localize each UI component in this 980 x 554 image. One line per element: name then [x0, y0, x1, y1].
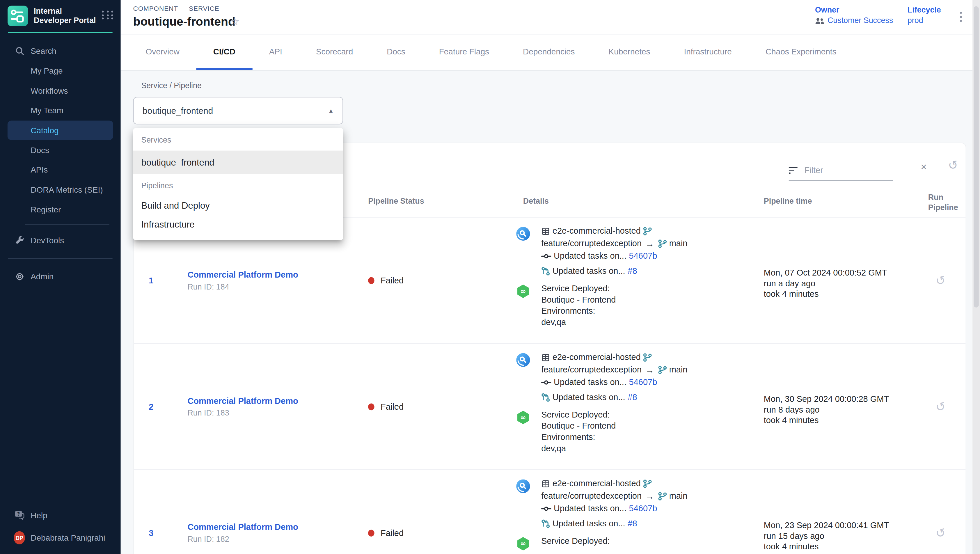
- failed-dot-icon: [368, 277, 374, 284]
- cd-stage-icon: [516, 411, 530, 424]
- tab-scorecard[interactable]: Scorecard: [299, 35, 370, 70]
- tab-dependencies[interactable]: Dependencies: [506, 35, 592, 70]
- tab-infrastructure[interactable]: Infrastructure: [667, 35, 749, 70]
- git-branch-icon: [658, 366, 667, 374]
- scrollbar-thumb[interactable]: [974, 6, 979, 307]
- sidebar-item-label: Catalog: [30, 126, 59, 135]
- status-label: Failed: [380, 275, 404, 285]
- sidebar-item-my-team[interactable]: My Team: [8, 101, 113, 121]
- git-branch-icon: [658, 239, 667, 248]
- commit-link[interactable]: 54607b: [629, 250, 657, 263]
- entity-header: COMPONENT — SERVICE boutique-frontend ☆ …: [121, 0, 973, 34]
- service-pipeline-select[interactable]: boutique_frontend ▲: [133, 97, 344, 124]
- sidebar-item-label: Docs: [30, 145, 49, 155]
- commit-icon: [541, 253, 551, 259]
- col-run-pipeline: Run Pipeline: [928, 193, 964, 213]
- sidebar-item-label: DevTools: [30, 236, 64, 245]
- sidebar-item-label: Register: [30, 205, 61, 214]
- sidebar-item-label: Workflows: [30, 86, 68, 96]
- pr-link[interactable]: #8: [628, 265, 637, 278]
- failed-dot-icon: [368, 403, 374, 410]
- ci-stage-icon: [516, 353, 530, 367]
- caret-up-icon: ▲: [328, 107, 334, 113]
- admin-divider: [8, 258, 113, 259]
- filter-icon: [789, 167, 798, 174]
- pipeline-name-cell: Commercial Platform Demo Run ID: 182: [188, 522, 298, 543]
- app-title: Internal Developer Portal: [34, 6, 96, 26]
- refresh-icon[interactable]: ↺: [947, 159, 959, 172]
- run-pipeline-icon[interactable]: ↺: [935, 274, 947, 287]
- user-name: Debabrata Panigrahi: [30, 533, 105, 542]
- cicd-content: Service / Pipeline boutique_frontend ▲ ×…: [121, 71, 973, 554]
- select-value: boutique_frontend: [143, 106, 328, 116]
- sidebar-item-devtools[interactable]: DevTools: [8, 230, 113, 250]
- pipeline-link[interactable]: Commercial Platform Demo: [188, 522, 298, 532]
- service-pipeline-label: Service / Pipeline: [141, 81, 201, 90]
- commit-link[interactable]: 54607b: [629, 503, 657, 515]
- row-number: 1: [149, 275, 153, 285]
- col-pipeline-time: Pipeline time: [764, 197, 812, 206]
- option-infrastructure[interactable]: Infrastructure: [133, 215, 344, 234]
- owner-link[interactable]: Customer Success: [815, 16, 893, 25]
- pipeline-link[interactable]: Commercial Platform Demo: [188, 396, 298, 405]
- tab-feature-flags[interactable]: Feature Flags: [422, 35, 506, 70]
- favorite-star-icon[interactable]: ☆: [230, 15, 239, 28]
- row-number: 2: [149, 402, 153, 411]
- pr-link[interactable]: #8: [628, 517, 637, 530]
- commit-icon: [541, 379, 551, 385]
- tab-cicd[interactable]: CI/CD: [196, 35, 252, 70]
- sidebar-item-help[interactable]: Help: [8, 505, 113, 525]
- nav-divider: [25, 224, 110, 225]
- sidebar-item-admin[interactable]: Admin: [8, 267, 113, 287]
- tab-kubernetes[interactable]: Kubernetes: [592, 35, 667, 70]
- run-pipeline-icon[interactable]: ↺: [935, 400, 947, 414]
- sidebar-item-search[interactable]: Search: [8, 41, 113, 61]
- arrow-right-icon: →: [644, 364, 655, 376]
- tab-chaos-experiments[interactable]: Chaos Experiments: [749, 35, 853, 70]
- filter-input[interactable]: [803, 165, 878, 176]
- ci-stage-icon: [516, 479, 530, 493]
- arrow-right-icon: →: [644, 490, 655, 503]
- option-build-and-deploy[interactable]: Build and Deploy: [133, 196, 344, 215]
- status-cell: Failed: [368, 402, 404, 411]
- breadcrumb: COMPONENT — SERVICE: [133, 4, 220, 12]
- option-boutique-frontend[interactable]: boutique_frontend: [133, 151, 344, 174]
- tab-overview[interactable]: Overview: [129, 35, 196, 70]
- pipeline-time-cell: Mon, 07 Oct 2024 00:00:52 GMT run a day …: [764, 267, 887, 299]
- pipeline-link[interactable]: Commercial Platform Demo: [188, 270, 298, 279]
- user-menu[interactable]: DP Debabrata Panigrahi: [8, 525, 113, 551]
- sidebar-item-label: Admin: [30, 272, 54, 281]
- repo-icon: [541, 479, 550, 488]
- run-id: Run ID: 182: [188, 535, 298, 543]
- search-icon: [14, 46, 25, 56]
- run-pipeline-icon[interactable]: ↺: [935, 526, 947, 540]
- status-label: Failed: [380, 402, 404, 411]
- sidebar-item-dora-metrics[interactable]: DORA Metrics (SEI): [8, 180, 113, 200]
- service-pipeline-dropdown: Services boutique_frontend Pipelines Bui…: [133, 128, 344, 240]
- wrench-icon: [14, 236, 25, 245]
- sidebar-item-label: My Page: [30, 66, 62, 76]
- sidebar-item-label: My Team: [30, 106, 64, 115]
- screen: Internal Developer Portal Search My Page…: [0, 0, 980, 554]
- avatar: DP: [14, 531, 25, 544]
- app-switcher-icon[interactable]: [102, 11, 115, 20]
- more-actions-kebab-icon[interactable]: [958, 10, 964, 24]
- sidebar-item-register[interactable]: Register: [8, 200, 113, 220]
- clear-filter-icon[interactable]: ×: [921, 162, 927, 172]
- tab-docs[interactable]: Docs: [370, 35, 422, 70]
- dropdown-group-pipelines: Pipelines: [133, 174, 344, 196]
- app-logo-icon[interactable]: [8, 6, 28, 26]
- sidebar-item-my-page[interactable]: My Page: [8, 61, 113, 81]
- owner-meta: Owner Customer Success: [815, 6, 893, 25]
- sidebar-item-apis[interactable]: APIs: [8, 160, 113, 180]
- row-number: 3: [149, 528, 153, 537]
- tab-api[interactable]: API: [252, 35, 299, 70]
- sidebar-item-label: DORA Metrics (SEI): [30, 185, 103, 194]
- sidebar-item-docs[interactable]: Docs: [8, 140, 113, 160]
- commit-link[interactable]: 54607b: [629, 376, 657, 389]
- pr-link[interactable]: #8: [628, 392, 637, 404]
- repo-icon: [541, 227, 550, 236]
- run-id: Run ID: 184: [188, 282, 298, 291]
- sidebar-item-catalog[interactable]: Catalog: [8, 121, 113, 140]
- sidebar-item-workflows[interactable]: Workflows: [8, 81, 113, 101]
